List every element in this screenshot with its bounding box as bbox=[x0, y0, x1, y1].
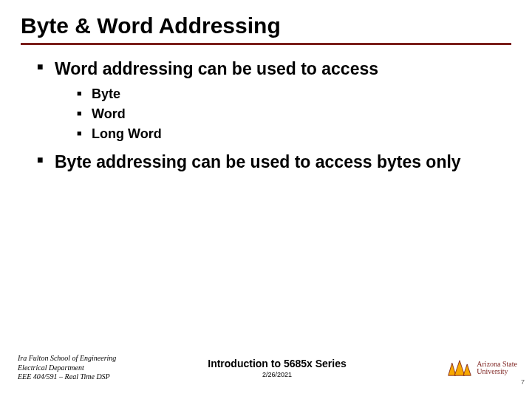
bullet-item: Word addressing can be used to access By… bbox=[37, 58, 511, 144]
bullet-text: Word addressing can be used to access bbox=[55, 59, 378, 78]
footer-left: Ira Fulton School of Engineering Electri… bbox=[0, 354, 148, 382]
footer-right: Arizona State University bbox=[406, 359, 532, 377]
asu-text-line2: University bbox=[477, 368, 517, 376]
bullet-text: Byte bbox=[92, 86, 120, 101]
page-number: 7 bbox=[521, 378, 525, 386]
bullet-text: Long Word bbox=[92, 126, 162, 141]
bullet-item: Byte addressing can be used to access by… bbox=[37, 151, 511, 173]
footer-center: Introduction to 5685x Series 2/26/2021 bbox=[148, 358, 406, 378]
bullet-list-level1: Word addressing can be used to access By… bbox=[21, 58, 511, 173]
footer-school: Ira Fulton School of Engineering bbox=[18, 354, 148, 364]
asu-logo-text: Arizona State University bbox=[477, 361, 517, 376]
bullet-item: Byte bbox=[77, 84, 511, 104]
slide-title: Byte & Word Addressing bbox=[21, 13, 511, 45]
footer-department: Electrical Department bbox=[18, 364, 148, 373]
bullet-list-level2: Byte Word Long Word bbox=[55, 84, 511, 144]
footer-course-title: Introduction to 5685x Series bbox=[148, 358, 406, 369]
footer: Ira Fulton School of Engineering Electri… bbox=[0, 347, 532, 389]
footer-course-code: EEE 404/591 – Real Time DSP bbox=[18, 372, 148, 382]
slide: Byte & Word Addressing Word addressing c… bbox=[0, 0, 532, 399]
asu-logo-icon bbox=[447, 359, 472, 377]
bullet-item: Word bbox=[77, 104, 511, 124]
footer-date: 2/26/2021 bbox=[148, 371, 406, 378]
bullet-item: Long Word bbox=[77, 124, 511, 144]
bullet-text: Byte addressing can be used to access by… bbox=[55, 152, 461, 171]
bullet-text: Word bbox=[92, 106, 126, 121]
